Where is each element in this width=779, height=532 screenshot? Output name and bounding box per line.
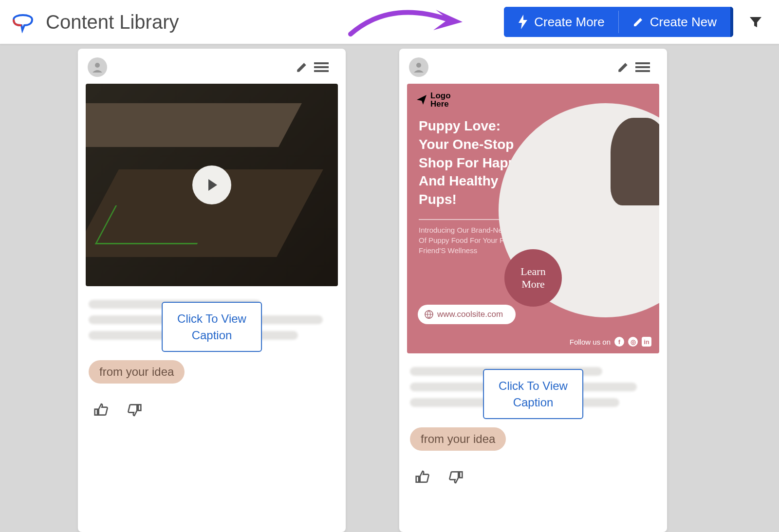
menu-button[interactable] [633,57,652,77]
flyer-url-text: www.coolsite.com [437,310,503,319]
flyer-logo: Logo Here [416,92,451,108]
lightning-icon [518,15,528,29]
annotation-arrow [346,5,472,39]
facebook-icon: f [614,337,624,347]
filter-icon [748,15,763,29]
menu-button[interactable] [312,57,331,77]
edit-button[interactable] [613,57,633,77]
svg-rect-7 [635,70,650,72]
edit-button[interactable] [292,57,312,77]
svg-rect-3 [314,70,329,72]
video-thumbnail[interactable] [86,84,338,286]
svg-point-4 [416,63,421,68]
pencil-icon [632,16,644,28]
thumbs-up-icon [415,469,430,485]
view-caption-button[interactable]: Click To View Caption [162,302,262,352]
svg-rect-6 [635,66,650,68]
flyer-logo-text: Logo Here [430,92,451,108]
filter-button[interactable] [742,8,769,36]
linkedin-icon: in [642,337,651,347]
content-card: Click To View Caption from your idea [78,49,346,532]
create-more-button[interactable]: Create More [504,7,618,37]
app-logo [10,11,36,33]
play-icon [204,177,220,193]
caption-area: Click To View Caption from your idea [78,286,346,389]
thumbs-down-button[interactable] [446,467,465,487]
follow-label: Follow us on [570,338,611,346]
thumbs-down-icon [127,402,142,418]
card-actions [399,457,667,500]
svg-point-0 [95,63,100,68]
thumbs-down-icon [448,469,464,485]
hamburger-icon [635,61,650,73]
card-actions [78,389,346,433]
flyer-divider [419,219,506,220]
create-more-label: Create More [534,15,605,30]
play-button[interactable] [192,165,231,204]
svg-rect-5 [635,62,650,64]
create-new-label: Create New [650,15,717,30]
card-header [399,49,667,84]
idea-tag: from your idea [410,427,506,451]
idea-tag: from your idea [89,360,185,384]
content-grid: Click To View Caption from your idea [0,44,779,532]
thumbs-up-icon [93,402,109,418]
avatar [409,57,428,77]
thumbs-down-button[interactable] [125,400,144,420]
pencil-icon [617,61,630,73]
create-new-button[interactable]: Create New [619,7,733,37]
avatar [88,57,107,77]
instagram-icon: ◎ [628,337,638,347]
create-button-group: Create More Create New [504,7,733,37]
svg-rect-1 [314,62,329,64]
caption-area: Click To View Caption from your idea [399,353,667,457]
follow-us-row: Follow us on f ◎ in [570,337,651,347]
card-header [78,49,346,84]
flyer-image[interactable]: Logo Here Puppy Love: Your One-Stop Shop… [407,84,659,353]
hamburger-icon [314,61,329,73]
pencil-icon [296,61,308,73]
flyer-url-pill: www.coolsite.com [418,305,516,324]
thumbs-up-button[interactable] [413,467,432,487]
learn-more-badge: Learn More [504,249,562,307]
view-caption-button[interactable]: Click To View Caption [483,369,583,419]
paper-plane-icon [416,94,427,106]
globe-icon [425,310,433,319]
svg-rect-2 [314,66,329,68]
thumbs-up-button[interactable] [92,400,111,420]
content-card: Logo Here Puppy Love: Your One-Stop Shop… [399,49,667,532]
